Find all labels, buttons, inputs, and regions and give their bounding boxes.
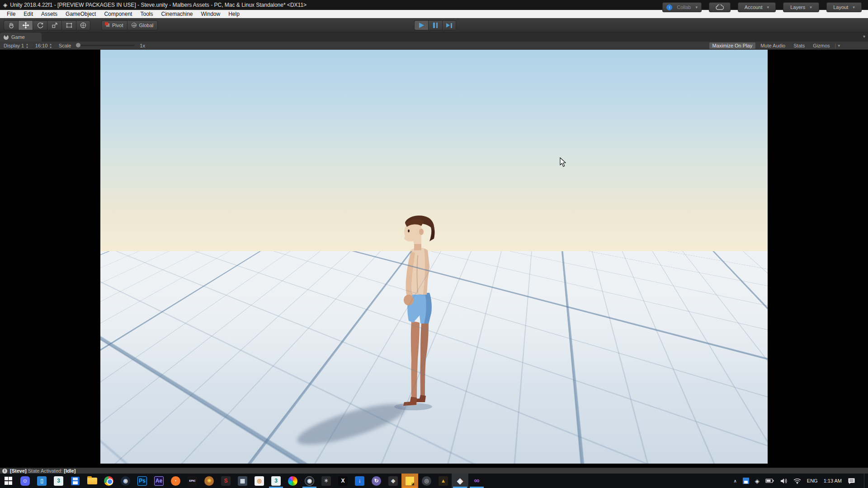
move-tool-button[interactable]	[18, 20, 33, 30]
transform-tool-icon	[80, 22, 87, 29]
epic-games-icon[interactable]: EPIC	[184, 474, 201, 488]
discord-icon[interactable]: ☺	[17, 474, 33, 488]
wifi-icon[interactable]	[793, 478, 801, 484]
pause-button[interactable]	[428, 20, 442, 30]
steam-icon[interactable]: ◉	[117, 474, 134, 488]
account-dropdown[interactable]: Account ▾	[738, 2, 776, 12]
rect-tool-icon	[66, 22, 73, 29]
gold-app-icon[interactable]: ▲	[435, 474, 452, 488]
play-button[interactable]	[414, 20, 428, 30]
editor-toolbar: Pivot Global	[0, 18, 868, 33]
globe-icon	[132, 23, 137, 28]
3ds-max-active-icon[interactable]: 3	[268, 474, 284, 488]
scale-groove[interactable]	[76, 45, 135, 46]
unity-icon-glyph: ◈	[455, 476, 465, 486]
menu-item-edit[interactable]: Edit	[19, 10, 37, 18]
display-dropdown[interactable]: Display 1 ▴▾	[0, 42, 32, 49]
action-center-icon[interactable]	[848, 478, 855, 484]
gizmos-dropdown[interactable]: Gizmos	[810, 42, 833, 49]
search-doc-icon[interactable]: ◎	[251, 474, 268, 488]
menu-item-component[interactable]: Component	[100, 10, 136, 18]
downloader-icon[interactable]: ↓	[351, 474, 368, 488]
visual-studio-icon[interactable]: ∞	[468, 474, 485, 488]
mute-audio-toggle[interactable]: Mute Audio	[757, 42, 788, 49]
menu-item-tools[interactable]: Tools	[136, 10, 157, 18]
epic-games-icon-glyph: EPIC	[188, 476, 197, 486]
status-bar[interactable]: ! [Steve] State Activated: [Idle]	[0, 468, 868, 474]
chrome-icon[interactable]	[100, 474, 117, 488]
global-toggle-button[interactable]: Global	[127, 20, 158, 30]
orb-app-icon[interactable]: ◎	[418, 474, 435, 488]
torrent-icon[interactable]: ↻	[368, 474, 385, 488]
window-title: Unity 2018.4.22f1 - [PREVIEW PACKAGES IN…	[10, 2, 307, 8]
menu-item-help[interactable]: Help	[224, 10, 244, 18]
show-desktop-button[interactable]	[864, 474, 866, 488]
substance-icon[interactable]: S	[217, 474, 234, 488]
hidden-icons-chevron[interactable]: ∧	[733, 479, 736, 483]
tray-backup-icon[interactable]	[743, 478, 749, 484]
battery-icon[interactable]	[765, 478, 774, 483]
volume-icon[interactable]	[780, 478, 788, 484]
menu-item-assets[interactable]: Assets	[37, 10, 61, 18]
gog-icon[interactable]: ◆	[385, 474, 401, 488]
transform-tool-button[interactable]	[76, 20, 90, 30]
unity-icon[interactable]: ◈	[452, 474, 468, 488]
gold-app-icon-glyph: ▲	[439, 476, 448, 486]
layers-dropdown[interactable]: Layers ▾	[783, 2, 819, 12]
rect-tool-button[interactable]	[61, 20, 76, 30]
rotate-tool-icon	[37, 22, 44, 29]
torrent-icon-glyph: ↻	[372, 476, 381, 486]
photoshop-icon[interactable]: Ps	[134, 474, 151, 488]
chevron-down-icon: ▾	[853, 5, 855, 9]
file-explorer-icon-glyph	[87, 478, 97, 484]
tray-unity-icon[interactable]: ◈	[755, 478, 760, 484]
tab-game[interactable]: Game	[0, 33, 42, 42]
sticky-notes-icon[interactable]	[401, 474, 418, 488]
hand-tool-icon	[8, 22, 15, 29]
file-explorer-icon[interactable]	[84, 474, 100, 488]
clock[interactable]: 1:13 AM	[824, 478, 842, 483]
scale-slider[interactable]: Scale 1x	[55, 43, 149, 48]
your-phone-icon[interactable]: ▯	[33, 474, 50, 488]
menu-item-window[interactable]: Window	[197, 10, 225, 18]
color-wheel-icon[interactable]	[284, 474, 301, 488]
photoshop-icon-glyph: Ps	[137, 476, 147, 486]
calculator-icon[interactable]: ▦	[234, 474, 251, 488]
stats-toggle[interactable]: Stats	[790, 42, 808, 49]
hand-tool-button[interactable]	[4, 20, 18, 30]
downloader-icon-glyph: ↓	[355, 476, 364, 486]
menu-item-cinemachine[interactable]: Cinemachine	[157, 10, 197, 18]
paint-app-icon[interactable]: ✳	[201, 474, 217, 488]
game-render-area[interactable]	[100, 50, 768, 464]
rotate-tool-button[interactable]	[33, 20, 47, 30]
language-indicator[interactable]: ENG	[807, 478, 818, 483]
cloud-button[interactable]	[709, 2, 731, 12]
shuriken-app-icon[interactable]: ✶	[318, 474, 335, 488]
menu-item-gameobject[interactable]: GameObject	[61, 10, 100, 18]
updown-icon: ▴▾	[50, 42, 52, 49]
chevron-down-icon: ▾	[767, 5, 769, 9]
3ds-max-icon-glyph: 3	[54, 476, 63, 486]
layout-dropdown[interactable]: Layout ▾	[826, 2, 862, 12]
x-app-icon[interactable]: X	[335, 474, 351, 488]
backup-drive-icon[interactable]	[67, 474, 84, 488]
visual-studio-icon-glyph: ∞	[472, 476, 481, 486]
maximize-on-play-toggle[interactable]: Maximize On Play	[709, 42, 756, 49]
pivot-toggle-button[interactable]: Pivot	[101, 20, 127, 30]
panel-options-icon[interactable]: ▾	[863, 34, 865, 39]
aspect-dropdown[interactable]: 16:10 ▴▾	[32, 42, 55, 49]
blender-icon[interactable]: ∙	[167, 474, 184, 488]
obs-icon[interactable]: ◉	[301, 474, 318, 488]
blender-icon-glyph: ∙	[171, 476, 180, 486]
move-tool-icon	[22, 22, 29, 29]
chevron-down-icon: ▾	[838, 43, 840, 48]
scale-knob[interactable]	[76, 43, 80, 47]
3ds-max-icon[interactable]: 3	[50, 474, 67, 488]
start-button[interactable]	[0, 474, 17, 488]
step-button[interactable]	[442, 20, 456, 30]
scale-tool-button[interactable]	[47, 20, 61, 30]
after-effects-icon[interactable]: Ae	[151, 474, 167, 488]
paint-app-icon-glyph: ✳	[204, 476, 214, 486]
collab-dropdown[interactable]: ↑ Collab ▾	[662, 2, 702, 12]
menu-item-file[interactable]: File	[3, 10, 19, 18]
